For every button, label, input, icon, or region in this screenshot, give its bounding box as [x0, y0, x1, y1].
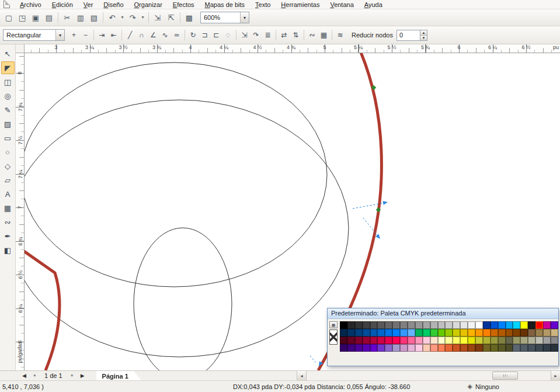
color-swatch[interactable]	[438, 337, 446, 344]
color-swatch[interactable]	[506, 337, 513, 344]
color-swatch[interactable]	[438, 321, 446, 329]
color-swatch[interactable]	[483, 329, 491, 337]
curve-smoothness-button[interactable]: ≋	[335, 29, 346, 41]
first-page-button[interactable]: ◀	[20, 372, 29, 380]
elastic-mode-button[interactable]: ∾	[307, 29, 318, 41]
eyedropper-tool[interactable]: ✒	[1, 230, 15, 242]
color-swatch[interactable]	[400, 344, 408, 352]
color-swatch[interactable]	[392, 337, 400, 344]
color-swatch[interactable]	[347, 321, 355, 329]
color-swatch[interactable]	[347, 337, 355, 344]
color-swatch[interactable]	[498, 329, 506, 337]
ellipse-shape[interactable]	[134, 228, 232, 370]
color-swatch[interactable]	[460, 321, 468, 329]
color-swatch[interactable]	[392, 344, 400, 352]
undo-button[interactable]: ↶	[106, 11, 119, 24]
table-tool[interactable]: ▦	[1, 202, 15, 214]
color-swatch[interactable]	[543, 344, 551, 352]
menu-item[interactable]: Efectos	[168, 1, 200, 9]
color-swatch[interactable]	[423, 337, 430, 344]
color-swatch[interactable]	[498, 321, 506, 329]
color-swatch[interactable]	[392, 321, 400, 329]
curve-end-handle[interactable]	[310, 356, 316, 363]
application-launcher-button[interactable]: ▩	[183, 11, 196, 24]
color-swatch[interactable]	[551, 344, 558, 352]
cusp-node-button[interactable]: ∠	[148, 29, 159, 41]
color-swatch[interactable]	[475, 337, 483, 344]
color-swatch[interactable]	[438, 329, 446, 337]
color-swatch[interactable]	[491, 329, 498, 337]
scroll-left-button[interactable]: ◂	[297, 371, 307, 380]
color-swatch[interactable]	[370, 321, 378, 329]
color-swatch[interactable]	[385, 344, 392, 352]
color-swatch[interactable]	[491, 344, 498, 352]
fill-tool[interactable]: ◧	[1, 244, 15, 256]
color-swatch[interactable]	[453, 344, 460, 352]
scrollbar-thumb[interactable]	[492, 372, 518, 380]
color-swatch[interactable]	[528, 329, 535, 337]
delete-node-button[interactable]: −	[80, 29, 91, 41]
color-swatch[interactable]	[363, 337, 370, 344]
color-swatch[interactable]	[347, 344, 355, 352]
color-swatch[interactable]	[460, 344, 468, 352]
color-swatch[interactable]	[430, 337, 438, 344]
color-swatch[interactable]	[498, 344, 506, 352]
color-swatch[interactable]	[415, 321, 423, 329]
color-swatch[interactable]	[340, 344, 347, 352]
color-swatch[interactable]	[453, 337, 460, 344]
extend-curve-to-close-button[interactable]: ⊐	[199, 29, 210, 41]
reverse-direction-button[interactable]: ↻	[187, 29, 199, 41]
color-swatch[interactable]	[408, 321, 415, 329]
export-button[interactable]: ⇱	[165, 11, 178, 24]
close-curve-button[interactable]: ◌	[222, 29, 234, 41]
convert-to-line-button[interactable]: ╱	[124, 29, 135, 41]
color-swatch[interactable]	[430, 329, 438, 337]
color-swatch[interactable]	[340, 329, 347, 337]
color-swatch[interactable]	[498, 337, 506, 344]
no-color-swatch[interactable]	[329, 329, 338, 345]
selection-mode-combo[interactable]: Rectangular ▾	[3, 29, 65, 41]
ellipse-shape[interactable]	[25, 100, 349, 357]
color-swatch[interactable]	[415, 344, 423, 352]
paste-button[interactable]: ▧	[88, 11, 100, 24]
color-swatch[interactable]	[453, 329, 460, 337]
color-swatch[interactable]	[340, 321, 347, 329]
crop-tool[interactable]: ◫	[1, 75, 15, 88]
color-swatch[interactable]	[483, 337, 491, 344]
menu-item[interactable]: Archivo	[15, 1, 47, 9]
color-swatch[interactable]	[363, 344, 370, 352]
color-swatch[interactable]	[475, 329, 483, 337]
color-swatch[interactable]	[385, 321, 392, 329]
stretch-nodes-button[interactable]: ⇲	[239, 29, 250, 41]
color-swatch[interactable]	[423, 344, 430, 352]
color-swatch[interactable]	[430, 321, 438, 329]
horizontal-ruler[interactable]: 33 ¼3 ½3 ¾44 ¼4 ½4 ¾55 ¼5 ½5 ¾66 ¼6 ½ pu	[25, 44, 560, 53]
break-curve-button[interactable]: ⇤	[108, 29, 119, 41]
color-swatch[interactable]	[513, 321, 520, 329]
palette-title-bar[interactable]: Predeterminado: Paleta CMYK predetermina…	[328, 308, 558, 319]
zoom-tool[interactable]: ◎	[1, 89, 15, 102]
redo-button[interactable]: ↷	[126, 11, 139, 24]
rotate-skew-nodes-button[interactable]: ↷	[251, 29, 262, 41]
color-swatch[interactable]	[408, 337, 415, 344]
color-swatch[interactable]	[513, 337, 520, 344]
color-swatch[interactable]	[355, 337, 363, 344]
color-swatch[interactable]	[543, 337, 551, 344]
color-swatch[interactable]	[543, 329, 551, 337]
color-swatch[interactable]	[483, 344, 491, 352]
color-swatch[interactable]	[506, 321, 513, 329]
color-swatch[interactable]	[400, 337, 408, 344]
chevron-down-icon[interactable]: ▾	[240, 12, 249, 23]
color-swatch[interactable]	[528, 344, 535, 352]
color-swatch[interactable]	[506, 329, 513, 337]
color-swatch[interactable]	[520, 344, 528, 352]
color-swatch[interactable]	[400, 321, 408, 329]
color-swatch[interactable]	[528, 321, 535, 329]
palette-options-button[interactable]: ▦	[329, 321, 338, 328]
symmetrical-node-button[interactable]: ≃	[171, 29, 182, 41]
color-swatch[interactable]	[415, 329, 423, 337]
open-document-button[interactable]: ◳	[16, 11, 29, 24]
freehand-tool[interactable]: ✎	[1, 103, 15, 116]
drawing-canvas[interactable]: Predeterminado: Paleta CMYK predetermina…	[25, 53, 560, 370]
document-icon[interactable]	[4, 1, 10, 8]
